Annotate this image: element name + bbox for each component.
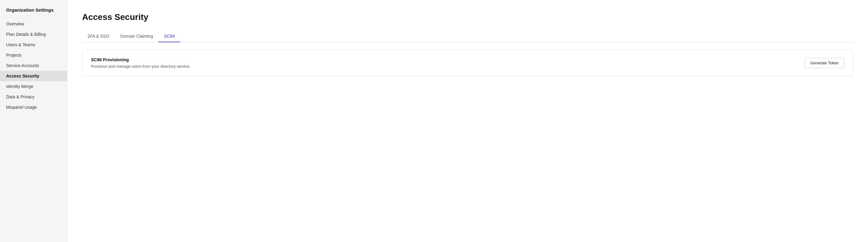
sidebar-item-overview[interactable]: Overview xyxy=(0,19,67,29)
tab-scim[interactable]: SCIM xyxy=(158,31,180,42)
sidebar-item-plan-details-billing[interactable]: Plan Details & Billing xyxy=(0,29,67,39)
scim-card: SCIM Provisioning Provision and manage u… xyxy=(82,50,853,76)
sidebar-title: Organization Settings xyxy=(0,7,67,19)
tab-domain-claiming[interactable]: Domain Claiming xyxy=(115,31,159,42)
scim-card-description: Provision and manage users from your dir… xyxy=(91,64,190,69)
scim-card-content: SCIM Provisioning Provision and manage u… xyxy=(91,57,190,69)
sidebar-item-access-security[interactable]: Access Security xyxy=(0,71,67,81)
generate-token-button[interactable]: Generate Token xyxy=(805,58,844,68)
sidebar-item-service-accounts[interactable]: Service Accounts xyxy=(0,60,67,71)
tabs-nav: 2FA & SSODomain ClaimingSCIM xyxy=(82,31,853,42)
tab-2fa-sso[interactable]: 2FA & SSO xyxy=(82,31,115,42)
sidebar-item-mixpanel-usage[interactable]: Mixpanel Usage xyxy=(0,102,67,113)
scim-card-title: SCIM Provisioning xyxy=(91,57,190,62)
sidebar-item-users-teams[interactable]: Users & Teams xyxy=(0,39,67,50)
sidebar-item-projects[interactable]: Projects xyxy=(0,50,67,60)
sidebar-item-identity-merge[interactable]: Identity Merge xyxy=(0,81,67,92)
page-title: Access Security xyxy=(82,12,853,22)
sidebar: Organization Settings OverviewPlan Detai… xyxy=(0,0,67,242)
main-content: Access Security 2FA & SSODomain Claiming… xyxy=(67,0,868,242)
sidebar-item-data-privacy[interactable]: Data & Privacy xyxy=(0,92,67,102)
